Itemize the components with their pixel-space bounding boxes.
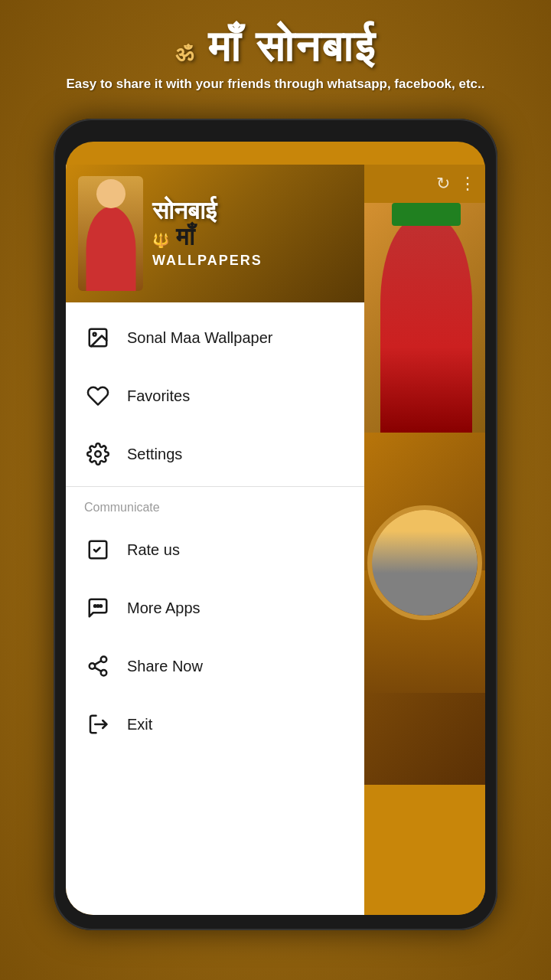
menu-rate-label: Rate us: [127, 541, 180, 559]
svg-point-1: [93, 333, 96, 336]
svg-point-2: [95, 451, 101, 457]
image-panel-3: [364, 693, 485, 785]
top-bar: ↻ ⋮: [364, 165, 485, 203]
svg-line-11: [95, 661, 102, 665]
drawer-maa-text: 🔱 माँ: [152, 223, 352, 251]
menu-item-share[interactable]: Share Now: [66, 637, 364, 695]
svg-point-5: [97, 605, 99, 607]
phone-frame: ↻ ⋮: [54, 119, 497, 930]
more-options-icon[interactable]: ⋮: [459, 174, 476, 194]
menu-share-label: Share Now: [127, 658, 203, 675]
heart-icon: [84, 382, 112, 410]
drawer-hindi-title: सोनबाई: [152, 197, 217, 224]
image-panel-1: [364, 203, 485, 433]
more-apps-icon: [84, 594, 112, 622]
refresh-icon[interactable]: ↻: [436, 174, 450, 194]
main-menu-section: Sonal Maa Wallpaper Favorites: [66, 302, 364, 760]
drawer-wallpapers-label: WALLPAPERS: [152, 253, 352, 269]
menu-divider: [66, 486, 364, 487]
drawer-avatar: [78, 176, 143, 291]
trishul-icon: ॐ: [175, 42, 194, 67]
settings-icon: [84, 440, 112, 468]
menu-item-wallpaper[interactable]: Sonal Maa Wallpaper: [66, 309, 364, 367]
drawer-title: सोनबाई 🔱 माँ WALLPAPERS: [152, 198, 352, 269]
menu-settings-label: Settings: [127, 446, 182, 463]
menu-more-apps-label: More Apps: [127, 599, 201, 617]
menu-exit-label: Exit: [127, 716, 152, 733]
menu-item-exit[interactable]: Exit: [66, 695, 364, 753]
menu-item-settings[interactable]: Settings: [66, 425, 364, 483]
drawer-header: सोनबाई 🔱 माँ WALLPAPERS: [66, 165, 364, 302]
top-section: ॐ माँ सोनबाई Easy to share it with your …: [0, 0, 551, 101]
share-icon: [84, 652, 112, 680]
communicate-section-header: Communicate: [66, 490, 364, 521]
drawer-maa-label: माँ: [176, 223, 194, 250]
title-text: माँ सोनबाई: [208, 22, 376, 70]
menu-wallpaper-label: Sonal Maa Wallpaper: [127, 329, 272, 347]
svg-line-10: [95, 668, 102, 671]
wallpaper-icon: [84, 324, 112, 351]
right-panel: ↻ ⋮: [364, 165, 485, 915]
menu-item-more-apps[interactable]: More Apps: [66, 579, 364, 637]
menu-item-rate[interactable]: Rate us: [66, 521, 364, 579]
subtitle-text: Easy to share it with your friends throu…: [0, 77, 551, 92]
navigation-drawer: सोनबाई 🔱 माँ WALLPAPERS: [66, 165, 364, 915]
image-panel-2: [364, 433, 485, 693]
rate-icon: [84, 536, 112, 564]
svg-point-6: [100, 605, 103, 607]
menu-favorites-label: Favorites: [127, 387, 190, 405]
svg-point-4: [94, 605, 96, 607]
app-title: ॐ माँ सोनबाई: [0, 21, 551, 72]
exit-icon: [84, 710, 112, 738]
circular-portrait: [367, 505, 482, 620]
menu-item-favorites[interactable]: Favorites: [66, 367, 364, 425]
phone-screen: ↻ ⋮: [66, 142, 485, 915]
